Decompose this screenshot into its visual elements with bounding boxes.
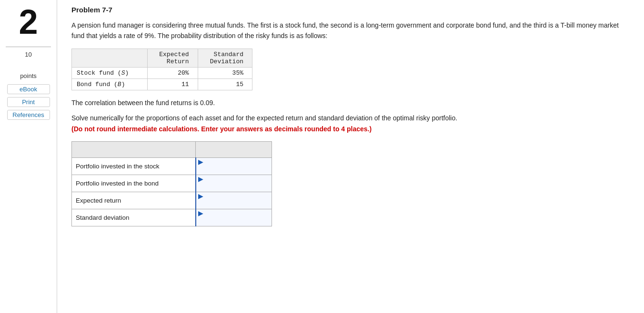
answer-header-value [196, 142, 272, 158]
answer-input-expected-return-cell: ▶ [196, 192, 272, 209]
problem-body-text: A pension fund manager is considering th… [71, 20, 619, 41]
answer-row-std-dev: Standard deviation ▶ [72, 209, 272, 226]
expected-return-input-marker: ▶ [198, 192, 203, 200]
answer-input-bond-cell: ▶ [196, 175, 272, 192]
table-col1-header [72, 49, 148, 68]
main-content: Problem 7-7 A pension fund manager is co… [57, 0, 644, 313]
stock-input-marker: ▶ [198, 158, 203, 166]
answer-header-label [72, 142, 196, 158]
answer-row-stock: Portfolio invested in the stock ▶ [72, 158, 272, 175]
expected-return-input[interactable] [198, 200, 270, 209]
answer-input-std-dev-cell: ▶ [196, 209, 272, 226]
answer-label-expected-return: Expected return [72, 192, 196, 209]
stock-input[interactable] [198, 166, 270, 175]
table-cell-stock-label: Stock fund (S) [72, 68, 148, 79]
answer-label-bond: Portfolio invested in the bond [72, 175, 196, 192]
sidebar-links: eBook Print References [7, 84, 50, 120]
std-dev-input[interactable] [198, 217, 270, 226]
problem-title: Problem 7-7 [71, 6, 630, 14]
data-table: ExpectedReturn StandardDeviation Stock f… [71, 49, 252, 90]
answer-row-bond: Portfolio invested in the bond ▶ [72, 175, 272, 192]
bond-input[interactable] [198, 183, 270, 192]
warning-text: (Do not round intermediate calculations.… [71, 125, 630, 133]
ebook-link[interactable]: eBook [7, 84, 50, 94]
sidebar-divider [6, 47, 51, 47]
print-link[interactable]: Print [7, 97, 50, 107]
std-dev-input-marker: ▶ [198, 209, 203, 217]
bond-input-marker: ▶ [198, 175, 203, 183]
answer-row-expected-return: Expected return ▶ [72, 192, 272, 209]
answer-table-header-row [72, 142, 272, 158]
answer-label-std-dev: Standard deviation [72, 209, 196, 226]
table-cell-stock-stddev: 35% [198, 68, 252, 79]
table-cell-stock-return: 20% [148, 68, 198, 79]
points-label: points [20, 72, 37, 79]
table-row: Bond fund (B) 11 15 [72, 79, 252, 90]
references-link[interactable]: References [7, 110, 50, 120]
table-cell-bond-label: Bond fund (B) [72, 79, 148, 90]
answer-input-stock-cell: ▶ [196, 158, 272, 175]
solve-text: Solve numerically for the proportions of… [71, 113, 595, 123]
points-value: 10 [25, 51, 31, 58]
problem-number: 2 [19, 5, 38, 39]
correlation-text: The correlation between the fund returns… [71, 99, 630, 107]
answer-table: Portfolio invested in the stock ▶ Portfo… [71, 141, 272, 226]
answer-label-stock: Portfolio invested in the stock [72, 158, 196, 175]
table-cell-bond-return: 11 [148, 79, 198, 90]
table-row: Stock fund (S) 20% 35% [72, 68, 252, 79]
table-col2-header: ExpectedReturn [148, 49, 198, 68]
sidebar: 2 10 points eBook Print References [0, 0, 57, 313]
table-cell-bond-stddev: 15 [198, 79, 252, 90]
table-col3-header: StandardDeviation [198, 49, 252, 68]
